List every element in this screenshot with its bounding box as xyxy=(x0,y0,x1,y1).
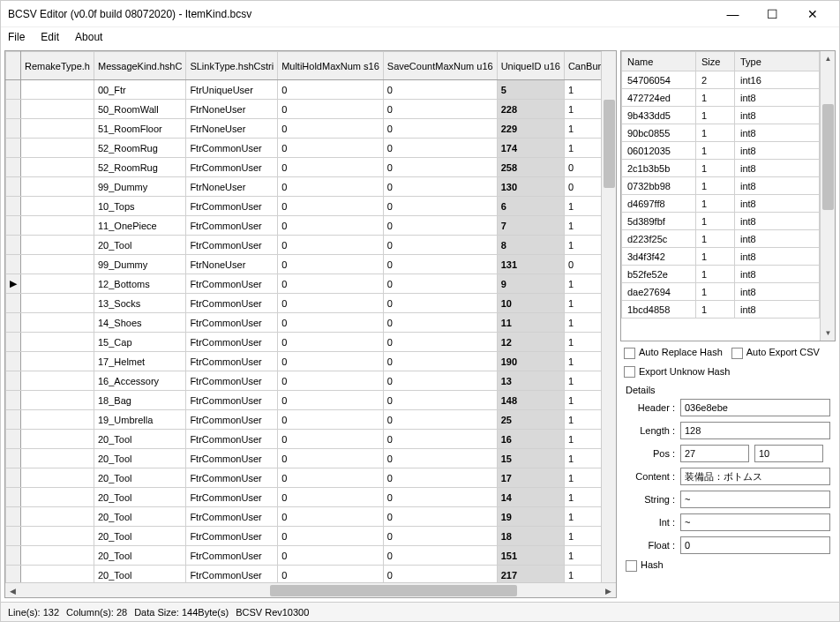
row-header[interactable] xyxy=(6,139,21,158)
cell[interactable]: 20_Tool xyxy=(94,527,185,546)
cell[interactable]: 1 xyxy=(564,430,601,449)
table-row[interactable]: b52fe52e1int8 xyxy=(622,266,820,283)
cell[interactable]: 0 xyxy=(278,177,384,197)
cell[interactable]: FtrCommonUser xyxy=(186,294,278,313)
cell[interactable]: 25 xyxy=(497,410,564,430)
cell[interactable]: 1 xyxy=(564,527,601,546)
cell[interactable]: 131 xyxy=(497,255,564,274)
table-row[interactable]: 0732bb981int8 xyxy=(622,177,820,195)
auto-replace-hash-checkbox[interactable]: Auto Replace Hash xyxy=(624,347,723,359)
cell[interactable]: 0 xyxy=(278,352,384,371)
cell[interactable]: 1 xyxy=(564,294,601,313)
cell[interactable]: 0 xyxy=(383,313,497,333)
cell[interactable]: d4697ff8 xyxy=(622,195,696,213)
cell[interactable]: 9b433dd5 xyxy=(622,107,696,124)
cell[interactable]: int8 xyxy=(735,107,820,124)
cell[interactable] xyxy=(21,333,94,352)
cell[interactable]: 0 xyxy=(383,507,497,527)
cell[interactable]: FtrNoneUser xyxy=(186,119,278,139)
cell[interactable]: 8 xyxy=(497,236,564,255)
cell[interactable]: dae27694 xyxy=(622,283,696,301)
cell[interactable]: 1 xyxy=(564,100,601,119)
cell[interactable]: FtrCommonUser xyxy=(186,274,278,294)
cell[interactable]: 1 xyxy=(696,142,735,160)
cell[interactable]: int8 xyxy=(735,160,820,177)
cell[interactable]: 12 xyxy=(497,333,564,352)
cell[interactable]: 9 xyxy=(497,274,564,294)
row-header[interactable] xyxy=(6,352,21,371)
row-header[interactable] xyxy=(6,410,21,430)
cell[interactable]: 258 xyxy=(497,158,564,177)
cell[interactable]: 20_Tool xyxy=(94,566,185,583)
cell[interactable]: 1 xyxy=(564,371,601,391)
close-button[interactable]: ✕ xyxy=(792,2,832,26)
cell[interactable]: FtrNoneUser xyxy=(186,177,278,197)
cell[interactable]: 0 xyxy=(278,410,384,430)
header-input[interactable] xyxy=(680,399,830,416)
cell[interactable]: 1 xyxy=(564,566,601,583)
row-header[interactable] xyxy=(6,430,21,449)
cell[interactable] xyxy=(21,352,94,371)
cell[interactable]: 52_RoomRug xyxy=(94,139,185,158)
table-row[interactable]: 1bcd48581int8 xyxy=(622,301,820,318)
cell[interactable]: int8 xyxy=(735,177,820,195)
cell[interactable]: 1 xyxy=(564,197,601,216)
cell[interactable]: FtrCommonUser xyxy=(186,430,278,449)
main-col-header[interactable]: SaveCountMaxNum u16 xyxy=(383,52,497,80)
cell[interactable]: 1 xyxy=(564,139,601,158)
table-row[interactable]: 52_RoomRugFtrCommonUser002580 xyxy=(6,158,602,177)
cell[interactable]: 0 xyxy=(278,527,384,546)
cell[interactable]: 0 xyxy=(383,119,497,139)
cell[interactable]: 11_OnePiece xyxy=(94,216,185,236)
cell[interactable]: 15 xyxy=(497,449,564,468)
row-header[interactable] xyxy=(6,507,21,527)
cell[interactable]: 0 xyxy=(383,546,497,566)
table-row[interactable]: 060120351int8 xyxy=(622,142,820,160)
cell[interactable]: int8 xyxy=(735,142,820,160)
cell[interactable]: 19_Umbrella xyxy=(94,410,185,430)
cell[interactable]: 0 xyxy=(383,158,497,177)
cell[interactable]: FtrCommonUser xyxy=(186,468,278,488)
cell[interactable] xyxy=(21,139,94,158)
scroll-down-icon[interactable]: ▼ xyxy=(821,326,836,341)
cell[interactable] xyxy=(21,313,94,333)
auto-export-csv-checkbox[interactable]: Auto Export CSV xyxy=(731,347,820,359)
pos1-input[interactable] xyxy=(680,445,749,462)
cell[interactable]: b52fe52e xyxy=(622,266,696,283)
table-row[interactable]: 15_CapFtrCommonUser00121 xyxy=(6,333,602,352)
cell[interactable]: 1 xyxy=(696,160,735,177)
cell[interactable]: 130 xyxy=(497,177,564,197)
cell[interactable]: 0 xyxy=(564,177,601,197)
table-row[interactable]: 18_BagFtrCommonUser001481 xyxy=(6,391,602,410)
cell[interactable]: 20_Tool xyxy=(94,449,185,468)
cell[interactable]: FtrCommonUser xyxy=(186,391,278,410)
cell[interactable]: 0 xyxy=(564,158,601,177)
cell[interactable]: 0 xyxy=(383,139,497,158)
table-row[interactable]: 20_ToolFtrCommonUser001511 xyxy=(6,546,602,566)
length-input[interactable] xyxy=(680,422,830,439)
cell[interactable]: 1 xyxy=(564,507,601,527)
cell[interactable]: 0 xyxy=(383,177,497,197)
cell[interactable]: int8 xyxy=(735,301,820,318)
cell[interactable]: int8 xyxy=(735,213,820,230)
cell[interactable] xyxy=(21,566,94,583)
cell[interactable]: 0 xyxy=(383,80,497,100)
hash-checkbox[interactable]: Hash xyxy=(626,559,664,572)
scroll-right-icon[interactable]: ▶ xyxy=(601,583,616,598)
cell[interactable]: 10 xyxy=(497,294,564,313)
cell[interactable]: 1 xyxy=(564,468,601,488)
cell[interactable]: 0 xyxy=(278,158,384,177)
table-row[interactable]: 547060542int16 xyxy=(622,71,820,89)
side-vscroll[interactable]: ▲ ▼ xyxy=(820,51,835,341)
cell[interactable]: 0 xyxy=(383,236,497,255)
cell[interactable] xyxy=(21,507,94,527)
cell[interactable]: 11 xyxy=(497,313,564,333)
cell[interactable]: 1 xyxy=(696,248,735,266)
cell[interactable]: 1 xyxy=(696,124,735,142)
table-row[interactable]: 14_ShoesFtrCommonUser00111 xyxy=(6,313,602,333)
table-row[interactable]: 20_ToolFtrCommonUser00181 xyxy=(6,527,602,546)
cell[interactable]: 52_RoomRug xyxy=(94,158,185,177)
cell[interactable]: 0 xyxy=(383,100,497,119)
cell[interactable]: 16 xyxy=(497,430,564,449)
cell[interactable]: 1 xyxy=(564,352,601,371)
